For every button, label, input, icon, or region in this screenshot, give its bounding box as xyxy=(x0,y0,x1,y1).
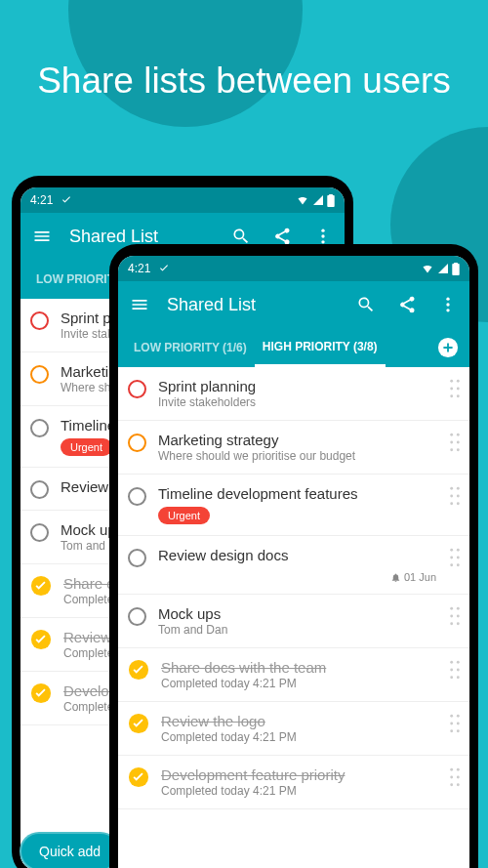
svg-point-42 xyxy=(450,622,453,625)
svg-point-41 xyxy=(457,615,460,618)
task-status-circle[interactable] xyxy=(128,487,146,506)
drag-handle-icon[interactable] xyxy=(448,547,462,568)
svg-point-32 xyxy=(450,549,453,552)
task-title: Timeline development features xyxy=(158,485,436,502)
task-status-circle[interactable] xyxy=(128,549,146,567)
task-status-circle[interactable] xyxy=(128,607,146,626)
task-row[interactable]: Share docs with the teamCompleted today … xyxy=(118,648,469,702)
task-row[interactable]: Timeline development featuresUrgent xyxy=(118,475,469,536)
signal-icon xyxy=(312,194,324,206)
svg-point-46 xyxy=(457,661,460,664)
svg-point-47 xyxy=(450,669,453,672)
svg-point-27 xyxy=(457,487,460,490)
svg-point-38 xyxy=(450,607,453,610)
task-row[interactable]: Development feature priorityCompleted to… xyxy=(118,756,469,809)
overflow-icon[interactable] xyxy=(434,291,462,318)
svg-point-56 xyxy=(450,729,453,732)
svg-point-54 xyxy=(450,723,453,725)
task-status-circle[interactable] xyxy=(30,419,49,437)
svg-point-62 xyxy=(457,776,460,779)
drag-handle-icon[interactable] xyxy=(448,713,462,734)
menu-icon[interactable] xyxy=(28,223,56,250)
drag-handle-icon[interactable] xyxy=(448,766,462,788)
svg-point-18 xyxy=(450,394,453,397)
reminder-bell-icon xyxy=(390,572,401,583)
task-row[interactable]: Sprint planningInvite stakeholders xyxy=(118,367,469,421)
task-row[interactable]: Review design docs01 Jun xyxy=(118,536,469,595)
svg-point-53 xyxy=(457,715,460,718)
svg-point-24 xyxy=(450,448,453,451)
task-status-circle[interactable] xyxy=(30,365,49,384)
task-status-circle[interactable] xyxy=(128,380,146,398)
task-status-circle[interactable] xyxy=(30,480,49,499)
svg-point-16 xyxy=(450,388,453,391)
svg-point-33 xyxy=(457,549,460,552)
add-tab-icon[interactable] xyxy=(434,334,462,361)
sync-check-icon xyxy=(61,193,72,208)
tab-low-priority[interactable]: LOW PRIORITY (1/6) xyxy=(126,328,255,367)
task-status-circle[interactable] xyxy=(30,311,49,330)
svg-point-61 xyxy=(450,776,453,779)
task-status-circle[interactable] xyxy=(128,434,146,452)
task-subtitle: Invite stakeholders xyxy=(158,395,436,409)
drag-handle-icon[interactable] xyxy=(448,378,462,399)
svg-point-39 xyxy=(457,607,460,610)
svg-point-30 xyxy=(450,502,453,505)
svg-point-2 xyxy=(321,229,324,232)
svg-point-43 xyxy=(457,622,460,625)
svg-point-40 xyxy=(450,615,453,618)
svg-point-20 xyxy=(450,434,453,436)
svg-point-10 xyxy=(446,298,449,301)
status-time: 4:21 xyxy=(30,193,53,207)
svg-point-19 xyxy=(457,394,460,397)
task-subtitle: Completed today 4:21 PM xyxy=(161,784,436,798)
menu-icon[interactable] xyxy=(126,291,153,318)
drag-handle-icon[interactable] xyxy=(448,659,462,681)
drag-handle-icon[interactable] xyxy=(448,605,462,627)
task-title: Review design docs xyxy=(158,547,436,563)
svg-point-21 xyxy=(457,434,460,436)
task-row[interactable]: Marketing strategyWhere should we priori… xyxy=(118,421,469,475)
svg-point-50 xyxy=(457,676,460,679)
done-check-icon[interactable] xyxy=(128,659,149,681)
svg-point-3 xyxy=(321,234,324,237)
task-title: Development feature priority xyxy=(161,766,436,783)
task-title: Share docs with the team xyxy=(161,659,436,676)
hero-title: Share lists between users xyxy=(0,59,488,103)
svg-point-17 xyxy=(457,388,460,391)
battery-icon xyxy=(327,194,335,207)
quick-add-button[interactable]: Quick add xyxy=(20,832,120,868)
tab-high-priority[interactable]: HIGH PRIORITY (3/8) xyxy=(255,328,386,367)
svg-point-64 xyxy=(457,783,460,786)
task-subtitle: Where should we prioritise our budget xyxy=(158,449,436,463)
svg-point-35 xyxy=(457,557,460,559)
done-check-icon[interactable] xyxy=(30,575,52,597)
urgent-tag: Urgent xyxy=(61,438,112,456)
svg-point-59 xyxy=(450,768,453,771)
svg-rect-0 xyxy=(327,194,334,206)
svg-point-25 xyxy=(457,448,460,451)
phone-frame-front: 4:21 Shared List xyxy=(109,244,478,868)
task-row[interactable]: Mock upsTom and Dan xyxy=(118,595,469,648)
drag-handle-icon[interactable] xyxy=(448,432,462,453)
drag-handle-icon[interactable] xyxy=(448,485,462,507)
svg-rect-8 xyxy=(452,263,459,274)
sync-check-icon xyxy=(158,262,170,276)
svg-point-4 xyxy=(321,240,324,243)
search-icon[interactable] xyxy=(352,291,380,318)
task-reminder: 01 Jun xyxy=(158,571,436,583)
task-status-circle[interactable] xyxy=(30,523,49,542)
svg-point-12 xyxy=(446,309,449,311)
done-check-icon[interactable] xyxy=(30,682,52,704)
wifi-icon xyxy=(421,263,434,274)
done-check-icon[interactable] xyxy=(128,766,149,788)
task-title: Sprint planning xyxy=(158,378,436,394)
share-icon[interactable] xyxy=(393,291,421,318)
svg-point-22 xyxy=(450,441,453,444)
svg-point-26 xyxy=(450,487,453,490)
done-check-icon[interactable] xyxy=(128,713,149,734)
svg-rect-9 xyxy=(454,263,458,265)
done-check-icon[interactable] xyxy=(30,629,52,650)
task-row[interactable]: Review the logoCompleted today 4:21 PM xyxy=(118,702,469,756)
svg-point-60 xyxy=(457,768,460,771)
